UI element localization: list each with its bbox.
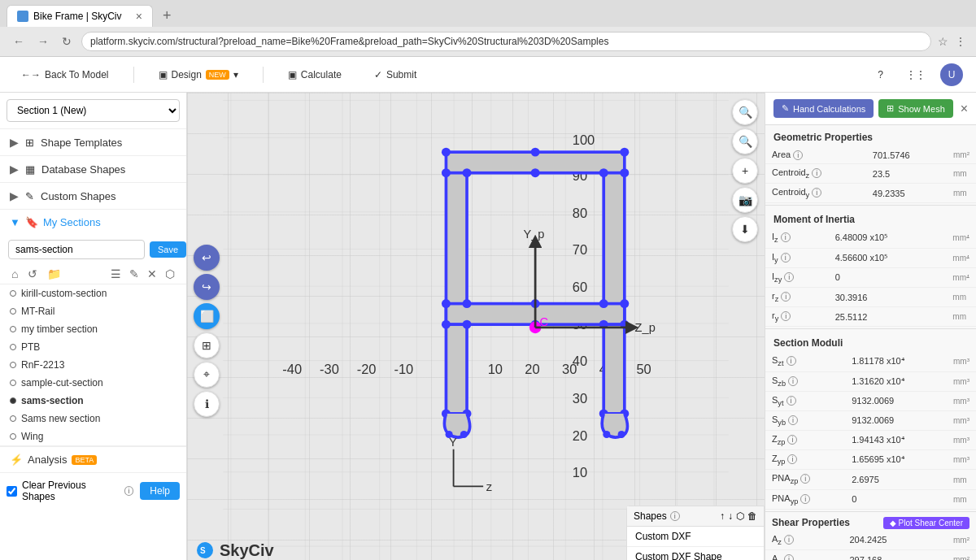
move-up-btn[interactable]: ↑: [720, 510, 725, 522]
prop-unit: mm⁴: [946, 248, 976, 267]
prop-unit: mm: [947, 164, 976, 184]
forward-button[interactable]: →: [34, 33, 52, 50]
tab-close-btn[interactable]: ×: [136, 10, 142, 23]
prop-name: Zzp i: [765, 431, 845, 450]
sidebar-item-shape-templates[interactable]: ▶ ⊞ Shape Templates: [0, 129, 186, 155]
section-item-kirill[interactable]: kirill-custom-section: [0, 284, 186, 302]
hand-calculations-button[interactable]: ✎ Hand Calculations: [773, 99, 874, 118]
section-item-ptb[interactable]: PTB: [0, 338, 186, 356]
svg-point-30: [620, 168, 629, 177]
szt-info-icon[interactable]: i: [786, 356, 796, 366]
section-item-timber[interactable]: my timber section: [0, 320, 186, 338]
prop-unit: mm³: [947, 450, 976, 470]
syt-info-icon[interactable]: i: [786, 396, 796, 406]
delete-shape-btn[interactable]: 🗑: [747, 510, 757, 522]
bookmark-icon[interactable]: ☆: [938, 35, 948, 48]
my-sections-header[interactable]: ▼ 🔖 My Sections: [0, 210, 186, 235]
help-button-sidebar[interactable]: Help: [140, 482, 180, 500]
show-mesh-button[interactable]: ⊞ Show Mesh: [878, 99, 952, 118]
section-item-rnf[interactable]: RnF-2213: [0, 356, 186, 374]
help-button[interactable]: ?: [869, 64, 891, 85]
redo-button[interactable]: ↪: [194, 274, 220, 300]
refresh-button[interactable]: ↻: [59, 33, 75, 50]
browser-tab[interactable]: Bike Frame | SkyCiv ×: [7, 5, 153, 27]
download-button[interactable]: ⬇: [732, 216, 758, 242]
rz-info-icon[interactable]: i: [781, 292, 791, 302]
section-item-wing[interactable]: Wing: [0, 428, 186, 445]
prop-unit: mm: [946, 287, 976, 306]
folder-icon-btn[interactable]: 📁: [44, 266, 64, 282]
szb-info-icon[interactable]: i: [788, 376, 798, 386]
undo-button[interactable]: ↩: [194, 245, 220, 271]
prop-unit: mm³: [947, 410, 976, 430]
home-icon-btn[interactable]: ⌂: [8, 266, 21, 282]
close-panel-button[interactable]: ×: [961, 102, 968, 116]
zyp-info-icon[interactable]: i: [787, 454, 797, 464]
clear-shapes-info-icon[interactable]: i: [124, 486, 134, 496]
section-name: MT-Rail: [21, 306, 54, 317]
expand-db-icon: ▶: [10, 163, 19, 176]
section-item-sams[interactable]: sams-section: [0, 392, 186, 410]
refresh-sections-btn[interactable]: ↺: [24, 266, 41, 282]
clear-shapes-checkbox[interactable]: Clear Previous Shapes i: [7, 480, 133, 502]
svg-text:80: 80: [573, 206, 587, 220]
iy-info-icon[interactable]: i: [781, 253, 791, 263]
pnazp-info-icon[interactable]: i: [800, 474, 810, 484]
copy-shape-btn[interactable]: ⬡: [736, 510, 744, 522]
sidebar-item-database-shapes[interactable]: ▶ ▦ Database Shapes: [0, 156, 186, 182]
move-down-btn[interactable]: ↓: [728, 510, 733, 522]
address-bar-input[interactable]: [81, 32, 931, 51]
shape-item-dxf[interactable]: Custom DXF: [627, 527, 764, 547]
section-dropdown[interactable]: Section 1 (New): [7, 99, 180, 122]
camera-button[interactable]: 📷: [732, 187, 758, 213]
iz-info-icon[interactable]: i: [781, 232, 791, 242]
list-view-btn[interactable]: ☰: [107, 266, 124, 282]
section-search-input[interactable]: [8, 240, 145, 259]
prop-value: 25.5112: [829, 307, 947, 327]
expand-icon: ▶: [10, 136, 19, 149]
design-button[interactable]: ▣ Design NEW ▾: [150, 64, 246, 85]
info-button[interactable]: ℹ: [194, 391, 220, 417]
zoom-out-button[interactable]: 🔍: [732, 128, 758, 154]
back-button[interactable]: ←: [10, 33, 28, 50]
edit-btn[interactable]: ✎: [126, 266, 142, 282]
izy-info-icon[interactable]: i: [784, 272, 794, 282]
clear-shapes-input[interactable]: [7, 486, 17, 497]
zzp-info-icon[interactable]: i: [787, 435, 797, 445]
section-item-sams-new[interactable]: Sams new section: [0, 410, 186, 428]
grid-toggle-button[interactable]: ⊞: [194, 332, 220, 358]
user-avatar[interactable]: U: [940, 63, 963, 86]
prop-value: 2.6975: [845, 470, 947, 489]
select-button[interactable]: ⬜: [194, 303, 220, 329]
section-item-sample[interactable]: sample-cut-section: [0, 374, 186, 392]
sidebar-item-analysis[interactable]: ⚡ Analysis BETA: [0, 446, 186, 472]
area-info-icon[interactable]: i: [793, 150, 803, 160]
calculate-button[interactable]: ▣ Calculate: [280, 64, 350, 85]
add-button[interactable]: +: [732, 158, 758, 184]
save-section-button[interactable]: Save: [150, 241, 186, 258]
zoom-in-button[interactable]: 🔍: [732, 99, 758, 125]
back-to-model-button[interactable]: ←→ Back To Model: [13, 64, 117, 85]
az-info-icon[interactable]: i: [784, 535, 794, 545]
calculate-icon: ▣: [288, 69, 297, 80]
syb-info-icon[interactable]: i: [788, 415, 798, 425]
ay-info-icon[interactable]: i: [784, 554, 794, 560]
snap-button[interactable]: ⌖: [194, 362, 220, 388]
new-tab-button[interactable]: +: [156, 7, 178, 24]
skyciv-logo: S SkyCiv: [195, 540, 274, 560]
plot-shear-center-button[interactable]: ◆ Plot Shear Center: [883, 517, 969, 529]
ry-info-icon[interactable]: i: [781, 311, 791, 321]
submit-button[interactable]: ✓ Submit: [366, 64, 425, 85]
pnayp-info-icon[interactable]: i: [800, 494, 810, 504]
grid-button[interactable]: ⋮⋮: [898, 64, 934, 85]
delete-btn[interactable]: ✕: [144, 266, 160, 282]
share-btn[interactable]: ⬡: [162, 266, 178, 282]
section-item-mt-rail[interactable]: MT-Rail: [0, 302, 186, 320]
prop-row-ry: ry i 25.5112 mm: [765, 307, 976, 327]
shapes-info-icon[interactable]: i: [670, 511, 680, 521]
extensions-icon[interactable]: ⋮: [955, 35, 966, 48]
shape-item-dxf-shape[interactable]: Custom DXF Shape: [627, 547, 764, 560]
cy-info-icon[interactable]: i: [812, 188, 821, 198]
cz-info-icon[interactable]: i: [812, 168, 821, 178]
sidebar-item-custom-shapes[interactable]: ▶ ✎ Custom Shapes: [0, 183, 186, 209]
